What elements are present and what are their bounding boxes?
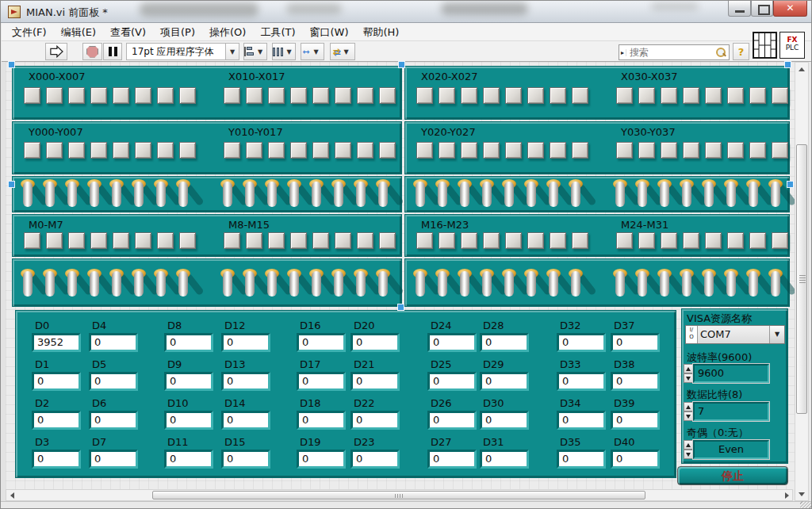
toggle-switch[interactable] <box>680 269 694 300</box>
toggle-switch[interactable] <box>87 269 102 300</box>
d-register-field-D21[interactable]: 0 <box>350 372 400 391</box>
toggle-switch[interactable] <box>309 179 324 211</box>
d-register-field-D12[interactable]: 0 <box>221 333 270 352</box>
toggle-switch[interactable] <box>87 179 102 211</box>
toggle-switch[interactable] <box>458 269 472 300</box>
toggle-switch[interactable] <box>680 179 694 211</box>
run-button[interactable] <box>45 43 67 60</box>
scroll-left-button[interactable] <box>7 491 17 499</box>
toggle-switch[interactable] <box>546 179 561 211</box>
toggle-switch[interactable] <box>220 269 235 300</box>
selection-handle[interactable] <box>397 304 404 311</box>
toggle-switch[interactable] <box>243 269 257 300</box>
stop-button[interactable]: 停止 <box>677 466 788 485</box>
d-register-field-D40[interactable]: 0 <box>611 450 660 469</box>
selection-handle[interactable] <box>784 61 791 68</box>
toggle-switch[interactable] <box>65 179 79 211</box>
resize-grip[interactable] <box>800 501 811 509</box>
d-register-field-D33[interactable]: 0 <box>557 372 606 391</box>
d-register-field-D5[interactable]: 0 <box>89 372 138 391</box>
d-register-field-D3[interactable]: 0 <box>32 450 81 469</box>
d-register-field-D6[interactable]: 0 <box>89 411 138 430</box>
toggle-switch[interactable] <box>524 179 538 211</box>
d-register-field-D29[interactable]: 0 <box>480 372 529 391</box>
menu-item-help[interactable]: 帮助(H) <box>356 23 407 40</box>
resize-objects-button[interactable]: ⇿ ▼ <box>301 43 324 60</box>
toggle-switch[interactable] <box>569 179 583 211</box>
toggle-switch[interactable] <box>376 179 390 211</box>
d-register-field-D37[interactable]: 0 <box>611 333 660 352</box>
connector-pane-icon[interactable] <box>753 32 777 59</box>
d-register-field-D2[interactable]: 0 <box>32 411 81 430</box>
baud-rate-field[interactable]: 9600 <box>693 364 769 383</box>
toggle-switch[interactable] <box>768 179 783 211</box>
toggle-switch[interactable] <box>613 269 627 300</box>
font-selector[interactable]: 17pt 应用程序字体 ▼ <box>126 43 239 60</box>
d-register-field-D18[interactable]: 0 <box>297 411 346 430</box>
toggle-switch[interactable] <box>243 179 257 211</box>
toggle-switch[interactable] <box>657 179 672 211</box>
toggle-switch[interactable] <box>435 269 450 300</box>
minimize-button[interactable] <box>728 1 751 17</box>
vi-icon[interactable]: FX PLC <box>779 32 805 59</box>
toggle-switch[interactable] <box>220 179 235 211</box>
toggle-switch[interactable] <box>502 269 516 300</box>
toggle-switch[interactable] <box>480 269 494 300</box>
menu-item-tools[interactable]: 工具(T) <box>253 23 302 40</box>
menu-item-project[interactable]: 项目(P) <box>153 23 202 40</box>
scroll-down-button[interactable] <box>796 488 807 499</box>
toggle-switch[interactable] <box>43 269 57 300</box>
menu-item-view[interactable]: 查看(V) <box>103 23 153 40</box>
toggle-switch[interactable] <box>331 179 346 211</box>
d-register-field-D0[interactable]: 3952 <box>32 333 81 352</box>
toggle-switch[interactable] <box>613 179 627 211</box>
menu-item-window[interactable]: 窗口(W) <box>303 23 356 40</box>
scroll-up-button[interactable] <box>796 63 807 75</box>
toggle-switch[interactable] <box>458 179 472 211</box>
menu-item-operate[interactable]: 操作(O) <box>202 23 253 40</box>
search-input[interactable] <box>626 47 714 58</box>
vertical-scrollbar[interactable] <box>795 62 809 501</box>
toggle-switch[interactable] <box>435 179 450 211</box>
d-register-field-D19[interactable]: 0 <box>297 450 346 469</box>
d-register-field-D38[interactable]: 0 <box>611 372 660 391</box>
vertical-scrollbar-thumb[interactable] <box>796 144 807 414</box>
menu-item-file[interactable]: 文件(F) <box>5 23 54 40</box>
d-register-field-D11[interactable]: 0 <box>164 450 213 469</box>
toggle-switch[interactable] <box>546 269 561 300</box>
toggle-switch[interactable] <box>569 269 583 300</box>
pause-button[interactable] <box>103 43 122 60</box>
d-register-field-D35[interactable]: 0 <box>557 450 606 469</box>
chevron-down-icon[interactable]: ▼ <box>769 326 784 343</box>
d-register-field-D25[interactable]: 0 <box>427 372 477 391</box>
toggle-switch[interactable] <box>132 269 146 300</box>
d-register-field-D27[interactable]: 0 <box>427 450 477 469</box>
toggle-switch[interactable] <box>21 269 35 300</box>
d-register-field-D9[interactable]: 0 <box>164 372 213 391</box>
toggle-switch[interactable] <box>657 269 672 300</box>
toggle-switch[interactable] <box>354 269 368 300</box>
toggle-switch[interactable] <box>724 269 738 300</box>
toggle-switch[interactable] <box>702 179 716 211</box>
reorder-button[interactable]: ⇄ ▼ <box>330 43 355 60</box>
toggle-switch[interactable] <box>154 269 168 300</box>
menu-item-edit[interactable]: 编辑(E) <box>54 23 103 40</box>
data-bits-field[interactable]: 7 <box>693 402 769 421</box>
toggle-switch[interactable] <box>413 269 427 300</box>
horizontal-scrollbar-thumb[interactable] <box>152 491 645 499</box>
toggle-switch[interactable] <box>109 269 124 300</box>
selection-handle[interactable] <box>398 61 405 68</box>
data-bits-spinner[interactable] <box>684 402 693 421</box>
toggle-switch[interactable] <box>746 179 760 211</box>
toggle-switch[interactable] <box>176 179 190 211</box>
d-register-field-D30[interactable]: 0 <box>480 411 529 430</box>
d-register-field-D10[interactable]: 0 <box>164 411 213 430</box>
search-scope-icon[interactable]: ▸ <box>619 49 626 56</box>
toggle-switch[interactable] <box>154 179 168 211</box>
d-register-field-D26[interactable]: 0 <box>427 411 477 430</box>
toggle-switch[interactable] <box>635 179 649 211</box>
selection-handle[interactable] <box>8 181 15 188</box>
maximize-button[interactable] <box>751 1 773 17</box>
parity-spinner[interactable] <box>684 440 693 459</box>
toggle-switch[interactable] <box>43 179 57 211</box>
